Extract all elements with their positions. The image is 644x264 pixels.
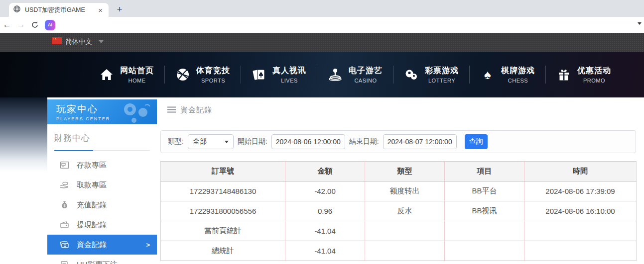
nav-item-chess[interactable]: ♠ 棋牌游戏 CHESS	[469, 66, 545, 84]
nav-item-casino[interactable]: 电子游艺 CASINO	[317, 66, 393, 84]
hamburger-icon	[167, 106, 176, 115]
table-header-row: 訂單號 金額 類型 項目 時間	[161, 162, 637, 181]
sidebar-item-label: 提現記錄	[77, 220, 107, 230]
banknotes-icon	[60, 241, 69, 248]
slot-joystick-icon	[328, 67, 343, 82]
type-label: 類型:	[168, 137, 184, 146]
forward-button[interactable]: →	[14, 20, 28, 30]
nav-label-en: CHESS	[501, 78, 535, 84]
deposit-card-icon	[60, 162, 69, 169]
nav-label-zh: 网站首页	[120, 66, 154, 76]
back-button[interactable]: ←	[0, 20, 14, 30]
nav-item-lottery[interactable]: 彩票游戏 LOTTERY	[393, 66, 469, 84]
nav-label-en: HOME	[120, 78, 154, 84]
cell-type: 反水	[365, 201, 445, 221]
nav-label-zh: 优惠活动	[577, 66, 611, 76]
table-row: 1722937148486130 -42.00 额度转出 BB平台 2024-0…	[161, 181, 637, 201]
address-dropdown-icon[interactable]	[638, 22, 642, 25]
players-center-sidebar: 玩家中心 PLAYERS CENTER 財務中心 存款專區 取款專區	[47, 99, 157, 264]
nav-label-zh: 彩票游戏	[425, 66, 459, 76]
money-bag-icon: $	[60, 201, 69, 209]
wallet-icon	[60, 221, 69, 228]
col-item: 項目	[445, 162, 524, 181]
nav-label-en: LIVES	[272, 78, 306, 84]
browser-tab-bar: USDT加密货币GAME × +	[0, 0, 644, 17]
start-date-label: 開始日期:	[238, 137, 267, 146]
cell-time: 2024-08-06 16:10:00	[524, 201, 637, 221]
nav-item-sports[interactable]: 体育竞技 SPORTS	[164, 66, 241, 84]
nav-item-promo[interactable]: 优惠活动 PROMO	[545, 66, 622, 84]
filter-bar: 類型: 全部 開始日期: 結束日期: 查詢	[160, 130, 636, 153]
document-icon	[60, 261, 69, 264]
sidebar-item-label: 充值記錄	[77, 200, 107, 210]
cell-label: 當前頁統計	[161, 221, 285, 241]
site-main-nav: 网站首页 HOME 体育竞技 SPORTS 真人视讯 L	[0, 52, 644, 97]
language-selector[interactable]: 简体中文	[52, 37, 104, 46]
sidebar-item-label: HH彩票下注	[77, 260, 118, 264]
nav-item-lives[interactable]: 真人视讯 LIVES	[241, 66, 317, 84]
table-row-grand-total: 總統計 -41.04	[161, 241, 637, 261]
nav-item-home[interactable]: 网站首页 HOME	[89, 66, 164, 84]
browser-tab[interactable]: USDT加密货币GAME ×	[9, 3, 109, 17]
cell-order-number: 1722931800056556	[161, 201, 285, 221]
home-icon	[99, 67, 114, 82]
sidebar-item-hh-lottery-bets[interactable]: HH彩票下注	[47, 255, 157, 264]
nav-label-zh: 真人视讯	[272, 66, 306, 76]
funds-record-panel: 資金記錄 類型: 全部 開始日期: 結束日期: 查詢 訂單號 金額 類型 項目	[160, 97, 636, 264]
nav-label-en: LOTTERY	[425, 78, 459, 84]
sidebar-item-withdraw-zone[interactable]: 取款專區	[47, 175, 157, 195]
china-flag-icon	[52, 37, 62, 46]
end-date-input[interactable]	[383, 134, 457, 149]
new-tab-button[interactable]: +	[114, 4, 126, 16]
sidebar-item-recharge-record[interactable]: $ 充值記錄	[47, 195, 157, 215]
sidebar-menu: 存款專區 取款專區 $ 充值記錄 提現記錄	[47, 155, 157, 264]
breadcrumb: 資金記錄	[167, 105, 212, 115]
cell-amount: -41.04	[285, 241, 365, 261]
sidebar-item-label: 取款專區	[77, 180, 107, 190]
sidebar-item-label: 資金記錄	[77, 240, 107, 250]
nav-label-en: CASINO	[349, 78, 383, 84]
sidebar-section: 財務中心	[47, 124, 157, 151]
nav-label-en: SPORTS	[196, 78, 230, 84]
spade-icon: ♠	[480, 67, 495, 82]
cell-time: 2024-08-06 17:39:09	[524, 181, 637, 201]
hand-money-icon	[60, 181, 69, 188]
col-order-number: 訂單號	[161, 162, 285, 181]
funds-record-table: 訂單號 金額 類型 項目 時間 1722937148486130 -42.00 …	[160, 161, 637, 261]
col-amount: 金額	[285, 162, 365, 181]
start-date-input[interactable]	[271, 134, 345, 149]
nav-label-zh: 电子游艺	[349, 66, 383, 76]
nav-list: 网站首页 HOME 体育竞技 SPORTS 真人视讯 L	[89, 52, 622, 97]
tab-title: USDT加密货币GAME	[25, 6, 92, 14]
cell-type: 额度转出	[365, 181, 445, 201]
nav-label-zh: 体育竞技	[196, 66, 230, 76]
page-title: 資金記錄	[180, 105, 212, 115]
language-label: 简体中文	[65, 37, 92, 46]
type-select[interactable]: 全部	[188, 134, 234, 149]
header-fade-background	[0, 97, 47, 172]
finance-center-title: 財務中心	[54, 132, 150, 144]
sidebar-item-label: 存款專區	[77, 161, 107, 170]
cell-amount: -42.00	[285, 181, 365, 201]
tab-close-icon[interactable]: ×	[96, 6, 105, 14]
table-row-page-total: 當前頁統計 -41.04	[161, 221, 637, 241]
cell-amount: 0.96	[285, 201, 365, 221]
search-button[interactable]: 查詢	[465, 134, 488, 149]
nav-label-en: PROMO	[577, 78, 611, 84]
globe-favicon-icon	[13, 5, 21, 15]
sidebar-item-funds-record[interactable]: 資金記錄 >	[47, 235, 157, 255]
chevron-right-icon: >	[146, 241, 150, 249]
playing-cards-icon	[252, 67, 266, 82]
cell-order-number: 1722937148486130	[161, 181, 285, 201]
sidebar-item-deposit-zone[interactable]: 存款專區	[47, 155, 157, 175]
chevron-down-icon	[225, 141, 229, 143]
cell-label: 總統計	[161, 241, 285, 261]
col-time: 時間	[524, 162, 637, 181]
reload-button[interactable]	[28, 21, 42, 29]
chevron-down-icon	[99, 40, 104, 43]
site-top-bar: 简体中文	[0, 33, 644, 52]
cell-amount: -41.04	[285, 221, 365, 241]
sidebar-item-withdrawal-record[interactable]: 提現記錄	[47, 215, 157, 235]
ai-extension-icon[interactable]: AI	[45, 20, 55, 30]
lottery-balls-icon	[404, 67, 419, 82]
